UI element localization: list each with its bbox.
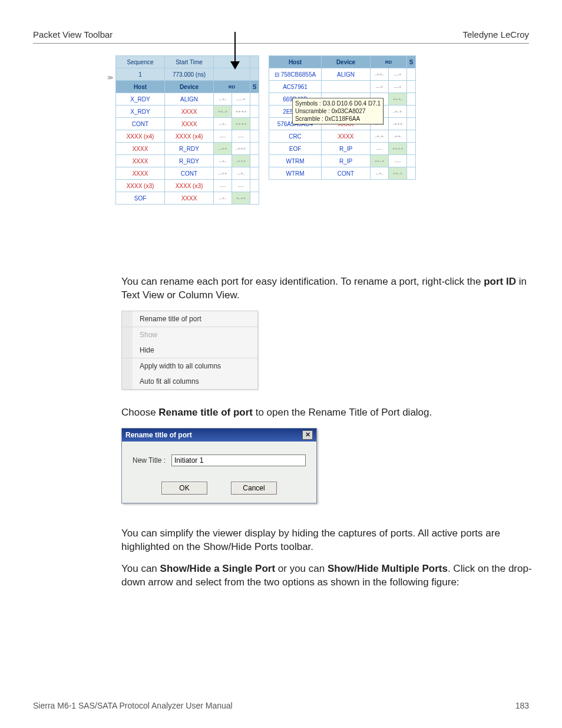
footer-page: 183 bbox=[515, 701, 529, 710]
header-left: Packet View Toolbar bbox=[33, 29, 113, 39]
host-cell: SOF bbox=[116, 192, 165, 205]
device-cell: R_IP bbox=[322, 155, 371, 167]
rd-cell: --++ bbox=[214, 167, 232, 180]
rd-cell: ---- bbox=[232, 130, 250, 143]
rd-cell: --++ bbox=[214, 143, 232, 155]
col-s[interactable]: S bbox=[250, 81, 259, 93]
rd-cell: -+++ bbox=[232, 143, 250, 155]
menu-item: Show bbox=[122, 327, 257, 342]
rd-cell: -+-+ bbox=[389, 106, 407, 118]
table-row[interactable]: X_RDYALIGN--+-----+ bbox=[116, 93, 259, 106]
s-cell bbox=[250, 155, 259, 167]
menu-item[interactable]: Hide bbox=[122, 342, 257, 358]
s-cell bbox=[250, 130, 259, 143]
table-row[interactable]: ⊟ 758CB6855AALIGN-++----+ bbox=[269, 68, 416, 81]
table-row[interactable]: XXXX (x4)XXXX (x4)-------- bbox=[116, 130, 259, 143]
menu-item[interactable]: Rename title of port bbox=[122, 311, 257, 327]
host-cell: X_RDY bbox=[116, 106, 165, 118]
paragraph-simplify-viewer: You can simplify the viewer display by h… bbox=[121, 527, 534, 554]
table-row[interactable]: X_RDYXXXX++-+++++ bbox=[116, 106, 259, 118]
host-cell: CRC bbox=[269, 130, 322, 143]
s-cell bbox=[250, 93, 259, 106]
col-host-r[interactable]: Host bbox=[269, 56, 322, 68]
host-cell: ⊟ 758CB6855A bbox=[269, 68, 322, 81]
dialog-title: Rename title of port bbox=[125, 431, 192, 439]
rd-cell: ++++ bbox=[389, 143, 407, 155]
table-row[interactable]: XXXX (x3)XXXX (x3)-------- bbox=[116, 180, 259, 192]
host-cell: XXXX bbox=[116, 155, 165, 167]
col-rd-r[interactable]: RD bbox=[371, 56, 407, 68]
device-cell: XXXX (x4) bbox=[165, 130, 214, 143]
table-row[interactable]: XXXXCONT--++--+- bbox=[116, 167, 259, 180]
col-s-r[interactable]: S bbox=[407, 56, 416, 68]
rd-cell: -+-+ bbox=[371, 130, 389, 143]
host-cell: EOF bbox=[269, 143, 322, 155]
col-start-time[interactable]: Start Time bbox=[165, 56, 214, 68]
context-menu: Rename title of portShowHideApply width … bbox=[121, 311, 258, 390]
col-host[interactable]: Host bbox=[116, 81, 165, 93]
new-title-input[interactable] bbox=[171, 454, 306, 466]
rd-cell: ---- bbox=[371, 143, 389, 155]
host-cell: XXXX bbox=[116, 167, 165, 180]
device-cell bbox=[322, 81, 371, 93]
table-row[interactable]: WTRMCONT--+-++-+ bbox=[269, 167, 416, 180]
table-row[interactable]: XXXXR_RDY--++-+++ bbox=[116, 143, 259, 155]
symbol-tooltip: Symbols : D3.0 D10.6 D0.4 D7.1 Unscrambl… bbox=[292, 98, 384, 124]
rd-cell: -+++ bbox=[232, 155, 250, 167]
table-row[interactable]: CONTXXXX--+-++++ bbox=[116, 118, 259, 130]
page-header: Packet View Toolbar Teledyne LeCroy bbox=[33, 29, 529, 44]
host-cell: AC57961 bbox=[269, 81, 322, 93]
s-cell bbox=[407, 167, 416, 180]
device-cell: XXXX bbox=[165, 106, 214, 118]
rename-port-dialog: Rename title of port ✕ New Title : OK Ca… bbox=[121, 428, 317, 503]
device-cell: XXXX (x3) bbox=[165, 180, 214, 192]
host-cell: CONT bbox=[116, 118, 165, 130]
rd-cell: ----+ bbox=[232, 93, 250, 106]
table-row[interactable]: EOFR_IP----++++ bbox=[269, 143, 416, 155]
s-cell bbox=[407, 130, 416, 143]
seq-value: 1 bbox=[116, 68, 165, 81]
tooltip-line: Unscramble : 0x03CA8027 bbox=[295, 107, 381, 115]
new-title-label: New Title : bbox=[133, 456, 166, 465]
table-row[interactable]: CRCXXXX-+-+-++- bbox=[269, 130, 416, 143]
rd-cell: -+++ bbox=[389, 118, 407, 130]
tooltip-line: Symbols : D3.0 D10.6 D0.4 D7.1 bbox=[295, 100, 381, 107]
dialog-titlebar[interactable]: Rename title of port ✕ bbox=[122, 429, 316, 442]
rd-cell: +++- bbox=[389, 93, 407, 106]
device-cell: XXXX bbox=[322, 130, 371, 143]
close-icon[interactable]: ✕ bbox=[302, 430, 313, 440]
table-row[interactable]: SOFXXXX--+-+-++ bbox=[116, 192, 259, 205]
left-caret-icon: ≫ bbox=[107, 74, 113, 81]
table-row[interactable]: AC57961---+---+ bbox=[269, 81, 416, 93]
host-cell: XXXX (x3) bbox=[116, 180, 165, 192]
s-cell bbox=[407, 81, 416, 93]
rd-cell: ++++ bbox=[232, 118, 250, 130]
menu-item[interactable]: Auto fit all columns bbox=[122, 374, 257, 389]
device-cell: R_RDY bbox=[165, 143, 214, 155]
menu-item[interactable]: Apply width to all columns bbox=[122, 358, 257, 374]
col-rd[interactable]: RD bbox=[214, 81, 250, 93]
cancel-button[interactable]: Cancel bbox=[231, 482, 277, 495]
rd-cell: --+- bbox=[214, 155, 232, 167]
rd-cell: --+- bbox=[214, 192, 232, 205]
s-cell bbox=[250, 180, 259, 192]
rd-cell: --+- bbox=[371, 167, 389, 180]
host-cell: X_RDY bbox=[116, 93, 165, 106]
rd-cell: --+- bbox=[214, 93, 232, 106]
s-cell bbox=[250, 106, 259, 118]
rd-cell: ++++ bbox=[232, 106, 250, 118]
ok-button[interactable]: OK bbox=[161, 482, 207, 495]
s-cell bbox=[407, 118, 416, 130]
table-row[interactable]: XXXXR_RDY--+--+++ bbox=[116, 155, 259, 167]
s-cell bbox=[407, 68, 416, 81]
host-cell: WTRM bbox=[269, 167, 322, 180]
paragraph-rename-port: You can rename each port for easy identi… bbox=[121, 275, 534, 302]
col-device-r[interactable]: Device bbox=[322, 56, 371, 68]
device-cell: R_IP bbox=[322, 143, 371, 155]
rd-cell: ---- bbox=[214, 180, 232, 192]
col-device[interactable]: Device bbox=[165, 81, 214, 93]
rd-cell: -++- bbox=[371, 68, 389, 81]
arrow-annotation bbox=[230, 32, 240, 74]
table-row[interactable]: WTRMR_IP++-+---- bbox=[269, 155, 416, 167]
col-sequence[interactable]: Sequence bbox=[116, 56, 165, 68]
